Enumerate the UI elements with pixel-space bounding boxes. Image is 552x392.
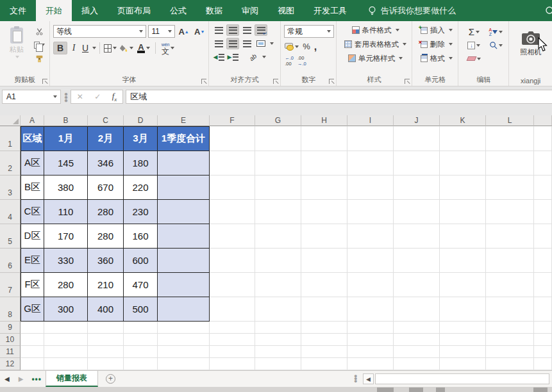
row-header-3[interactable]: 3 (0, 176, 21, 200)
cell-J3[interactable] (394, 176, 440, 200)
underline-dropdown-arrow[interactable] (92, 47, 96, 49)
fill-color-button[interactable] (118, 42, 135, 54)
cell-F1[interactable] (210, 126, 255, 151)
cell-C6[interactable]: 360 (88, 249, 124, 273)
row-header-7[interactable]: 7 (0, 273, 21, 297)
cell-M11[interactable] (534, 346, 552, 358)
cell-K3[interactable] (440, 176, 486, 200)
row-header-9[interactable]: 9 (0, 322, 21, 334)
camera-button[interactable]: 照相机 (512, 24, 550, 64)
decrease-indent-button[interactable]: ◀ (212, 51, 225, 63)
cell-M4[interactable] (534, 200, 552, 224)
cell-H12[interactable] (301, 358, 347, 370)
cell-L8[interactable] (486, 297, 534, 322)
tab-home[interactable]: 开始 (36, 0, 72, 21)
orientation-button[interactable]: ab (247, 51, 260, 63)
cell-B12[interactable] (44, 358, 88, 370)
phonetic-button[interactable]: wén文 (159, 42, 177, 54)
wrap-text-button[interactable]: ↵ (255, 24, 267, 36)
cell-G6[interactable] (255, 249, 301, 273)
cell-A1[interactable]: 区域 (21, 126, 44, 151)
cell-M5[interactable] (534, 224, 552, 249)
cell-L7[interactable] (486, 273, 534, 297)
number-format-select[interactable]: 常规 (284, 25, 334, 38)
cell-L1[interactable] (486, 126, 534, 151)
cell-B8[interactable]: 300 (44, 297, 88, 322)
name-box-dropdown-arrow[interactable] (53, 95, 57, 98)
cell-E12[interactable] (158, 358, 210, 370)
dialog-launcher-styles[interactable] (405, 79, 410, 84)
cell-C11[interactable] (88, 346, 124, 358)
cell-J10[interactable] (394, 334, 440, 346)
cell-C9[interactable] (88, 322, 124, 334)
cell-D6[interactable]: 600 (124, 249, 158, 273)
cell-A11[interactable] (21, 346, 44, 358)
cell-B5[interactable]: 170 (44, 224, 88, 249)
hscroll-splitter[interactable]: ●●● (354, 375, 357, 382)
hscroll-track[interactable] (375, 373, 549, 384)
cell-L4[interactable] (486, 200, 534, 224)
align-right-button[interactable] (240, 38, 253, 49)
increase-decimal-button[interactable]: ←.0.00 (284, 55, 294, 67)
increase-font-button[interactable]: A▲ (177, 25, 191, 38)
column-header-J[interactable]: J (394, 115, 440, 126)
cell-I2[interactable] (347, 151, 394, 176)
find-select-button[interactable] (485, 40, 506, 50)
cell-C1[interactable]: 2月 (88, 126, 124, 151)
accounting-format-button[interactable] (284, 42, 299, 51)
underline-button[interactable]: U (80, 42, 90, 54)
cell-I7[interactable] (347, 273, 394, 297)
tell-me-box[interactable]: 告诉我你想要做什么 (356, 0, 456, 21)
cell-A12[interactable] (21, 358, 44, 370)
cell-A5[interactable]: D区 (21, 224, 44, 249)
cell-M8[interactable] (534, 297, 552, 322)
cell-C8[interactable]: 400 (88, 297, 124, 322)
cell-M9[interactable] (534, 322, 552, 334)
column-header-H[interactable]: H (301, 115, 347, 126)
row-header-10[interactable]: 10 (0, 334, 21, 346)
delete-cells-button[interactable]: 删除 (414, 37, 456, 51)
clear-button[interactable] (463, 56, 485, 61)
cell-J8[interactable] (394, 297, 440, 322)
cell-F8[interactable] (210, 297, 255, 322)
cell-M7[interactable] (534, 273, 552, 297)
cell-B3[interactable]: 380 (44, 176, 88, 200)
cell-D5[interactable]: 160 (124, 224, 158, 249)
italic-button[interactable]: I (68, 42, 79, 54)
cell-A6[interactable]: E区 (21, 249, 44, 273)
cell-D3[interactable]: 220 (124, 176, 158, 200)
cell-E3[interactable] (158, 176, 210, 200)
cell-I12[interactable] (347, 358, 394, 370)
cell-E6[interactable] (158, 249, 210, 273)
column-header-D[interactable]: D (124, 115, 158, 126)
cell-M2[interactable] (534, 151, 552, 176)
cell-L9[interactable] (486, 322, 534, 334)
cell-K8[interactable] (440, 297, 486, 322)
cell-F11[interactable] (210, 346, 255, 358)
cell-D4[interactable]: 230 (124, 200, 158, 224)
cell-F2[interactable] (210, 151, 255, 176)
sheet-nav-left[interactable]: ◀ (0, 371, 14, 387)
cell-H11[interactable] (301, 346, 347, 358)
cell-A3[interactable]: B区 (21, 176, 44, 200)
cell-H10[interactable] (301, 334, 347, 346)
cell-B2[interactable]: 145 (44, 151, 88, 176)
cell-E11[interactable] (158, 346, 210, 358)
align-bottom-button[interactable] (240, 24, 253, 36)
cell-H1[interactable] (301, 126, 347, 151)
cell-F3[interactable] (210, 176, 255, 200)
tab-developer[interactable]: 开发工具 (304, 0, 356, 21)
cell-L11[interactable] (486, 346, 534, 358)
cell-H7[interactable] (301, 273, 347, 297)
column-header-M[interactable] (534, 115, 552, 126)
cell-I11[interactable] (347, 346, 394, 358)
cell-L3[interactable] (486, 176, 534, 200)
cell-F10[interactable] (210, 334, 255, 346)
cell-F7[interactable] (210, 273, 255, 297)
cell-G9[interactable] (255, 322, 301, 334)
row-header-6[interactable]: 6 (0, 249, 21, 273)
cell-E2[interactable] (158, 151, 210, 176)
cell-B7[interactable]: 280 (44, 273, 88, 297)
cell-H8[interactable] (301, 297, 347, 322)
conditional-formatting-button[interactable]: 条件格式 (339, 23, 410, 37)
